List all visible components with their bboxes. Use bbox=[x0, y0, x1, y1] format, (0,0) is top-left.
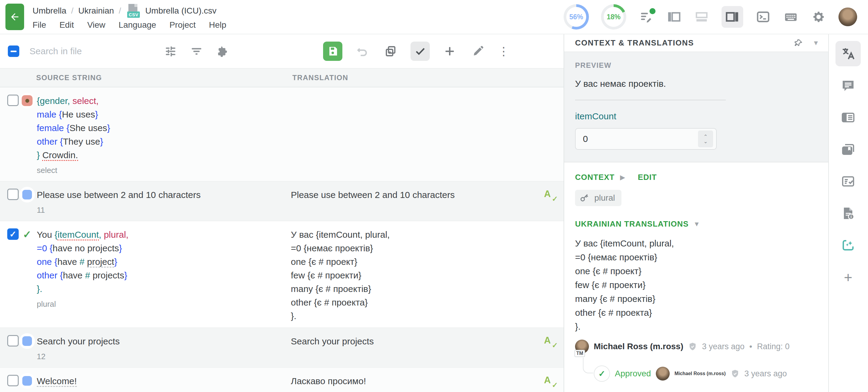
row-status-cell bbox=[19, 334, 37, 362]
qa-passed-icon[interactable]: A✓ bbox=[544, 375, 556, 388]
issue-dot bbox=[25, 99, 29, 103]
settings-gear-icon[interactable] bbox=[811, 9, 827, 25]
string-key-label: welcome111 bbox=[37, 390, 279, 392]
translation-text-line: }. bbox=[575, 320, 817, 333]
table-row[interactable]: Please use between 2 and 10 characters11… bbox=[0, 182, 564, 221]
undo-button[interactable] bbox=[354, 43, 371, 60]
panel-collapse-caret[interactable]: ▼ bbox=[812, 39, 819, 47]
row-checkbox[interactable] bbox=[7, 375, 19, 386]
menu-item-file[interactable]: File bbox=[33, 20, 46, 30]
source-string-cell: Please use between 2 and 10 characters11 bbox=[37, 188, 291, 216]
verified-shield-icon bbox=[731, 369, 740, 378]
table-row[interactable]: ✓✓You {itemCount, plural,=0 {have no pro… bbox=[0, 221, 564, 328]
tab-translations-icon[interactable] bbox=[835, 41, 861, 66]
menu-item-project[interactable]: Project bbox=[169, 20, 195, 30]
add-string-button[interactable] bbox=[441, 43, 458, 60]
tab-ai-assistant-icon[interactable] bbox=[835, 233, 861, 258]
suggestion-author-name: Michael Ross (m.ross) bbox=[594, 342, 683, 351]
context-edit-button[interactable]: EDIT bbox=[638, 173, 657, 182]
approval-progress-ring[interactable]: 18% bbox=[601, 4, 626, 30]
keyboard-shortcuts-icon[interactable] bbox=[783, 9, 799, 25]
add-panel-icon[interactable]: + bbox=[835, 265, 861, 290]
row-checkbox[interactable] bbox=[7, 335, 19, 347]
breadcrumb-project[interactable]: Umbrella bbox=[33, 6, 66, 16]
string-key-chip[interactable]: plural bbox=[575, 190, 621, 206]
translation-line: }. bbox=[291, 309, 536, 323]
filter-icons bbox=[162, 43, 231, 60]
editor-panel: Search in file bbox=[0, 34, 564, 392]
table-header: SOURCE STRING TRANSLATION bbox=[0, 69, 564, 87]
menu-item-help[interactable]: Help bbox=[209, 20, 226, 30]
translation-line: many {є # проектів} bbox=[291, 282, 536, 296]
plugins-puzzle-icon[interactable] bbox=[214, 43, 231, 60]
sort-filter-icon[interactable] bbox=[188, 43, 205, 60]
string-key-label: plural bbox=[594, 193, 615, 203]
source-string-cell: {gender, select,male {He uses}female {Sh… bbox=[37, 94, 291, 176]
console-icon[interactable] bbox=[755, 9, 771, 25]
breadcrumb-language[interactable]: Ukrainian bbox=[79, 6, 114, 16]
approve-button[interactable] bbox=[410, 41, 430, 61]
select-all-checkbox[interactable] bbox=[8, 45, 19, 57]
row-checkbox[interactable] bbox=[7, 189, 19, 200]
translations-section-title[interactable]: UKRAINIAN TRANSLATIONS bbox=[575, 219, 689, 229]
tm-badge: TM bbox=[575, 350, 585, 357]
search-input[interactable]: Search in file bbox=[30, 46, 144, 56]
menu-item-edit[interactable]: Edit bbox=[59, 20, 74, 30]
advanced-filter-icon[interactable] bbox=[162, 43, 179, 60]
qa-passed-icon[interactable]: A✓ bbox=[544, 189, 556, 202]
tab-comments-icon[interactable] bbox=[835, 73, 861, 98]
source-line: } Crowdin. bbox=[37, 148, 279, 162]
table-row[interactable]: {gender, select,male {He uses}female {Sh… bbox=[0, 87, 564, 182]
table-row[interactable]: Search your projects12Search your projec… bbox=[0, 328, 564, 368]
dot-separator: • bbox=[749, 342, 752, 351]
user-avatar[interactable] bbox=[838, 7, 857, 26]
layout-bottom-panel-toggle[interactable] bbox=[694, 9, 710, 25]
context-toggle[interactable]: CONTEXT bbox=[575, 173, 615, 182]
translation-line: few {є # проекти} bbox=[291, 268, 536, 282]
string-list: {gender, select,male {He uses}female {Sh… bbox=[0, 87, 564, 392]
edit-pencil-button[interactable] bbox=[470, 43, 487, 60]
variable-stepper[interactable]: 0 ⌃⌃ bbox=[575, 128, 717, 150]
menu-item-language[interactable]: Language bbox=[119, 20, 156, 30]
stepper-down-icon[interactable]: ⌃ bbox=[704, 139, 708, 143]
editor-mode-icon[interactable] bbox=[638, 9, 654, 25]
source-line: other {They use} bbox=[37, 135, 279, 148]
translation-column-header: TRANSLATION bbox=[292, 73, 564, 82]
translation-text-line: few {є # проекти} bbox=[575, 278, 817, 292]
menu-item-view[interactable]: View bbox=[87, 20, 105, 30]
qa-passed-icon[interactable]: A✓ bbox=[544, 335, 556, 348]
table-row[interactable]: Welcome!welcome111Ласкаво просимо!A✓ bbox=[0, 368, 564, 392]
status-halo: ✓ bbox=[19, 227, 35, 242]
row-status-cell bbox=[19, 94, 37, 176]
tab-qa-checks-icon[interactable] bbox=[835, 169, 861, 194]
row-checkbox[interactable]: ✓ bbox=[7, 228, 19, 240]
source-string-cell: You {itemCount, plural,=0 {have no proje… bbox=[37, 228, 291, 323]
context-caret-icon: ▶ bbox=[620, 173, 625, 182]
approver-name: Michael Ross (m.ross) bbox=[675, 371, 726, 376]
preview-text: У вас немає проектів. bbox=[575, 79, 817, 89]
save-button[interactable] bbox=[323, 41, 342, 61]
layout-right-panel-toggle[interactable] bbox=[721, 6, 743, 28]
suggestion-row[interactable]: TM Michael Ross (m.ross) 3 years ago • R… bbox=[575, 339, 817, 353]
tab-terms-icon[interactable] bbox=[835, 105, 861, 130]
context-panel: CONTEXT & TRANSLATIONS ▼ PREVIEW У вас н… bbox=[564, 34, 828, 392]
copy-source-button[interactable] bbox=[382, 43, 399, 60]
back-button[interactable] bbox=[5, 4, 24, 30]
translation-line: У вас {itemCount, plural, bbox=[291, 228, 536, 241]
suggestion-time: 3 years ago bbox=[702, 342, 744, 351]
qa-check-mark: ✓ bbox=[552, 195, 558, 203]
pin-icon[interactable] bbox=[793, 38, 804, 48]
translation-progress-ring[interactable]: 56% bbox=[564, 4, 589, 30]
qa-cell: A✓ bbox=[536, 334, 564, 362]
row-checkbox[interactable] bbox=[7, 95, 19, 106]
layout-left-panel-toggle[interactable] bbox=[666, 9, 682, 25]
row-checkbox-cell bbox=[0, 334, 19, 362]
arrow-left-icon bbox=[9, 11, 20, 22]
more-options-button[interactable]: ⋮ bbox=[498, 45, 509, 57]
stepper-buttons[interactable]: ⌃⌃ bbox=[698, 130, 713, 148]
tab-translation-memory-icon[interactable] bbox=[835, 137, 861, 162]
qa-cell: A✓ bbox=[536, 188, 564, 216]
tab-file-context-icon[interactable]: i bbox=[835, 201, 861, 226]
stepper-value[interactable]: 0 bbox=[583, 134, 698, 144]
breadcrumb-file[interactable]: Umbrella (ICU).csv bbox=[145, 6, 216, 16]
